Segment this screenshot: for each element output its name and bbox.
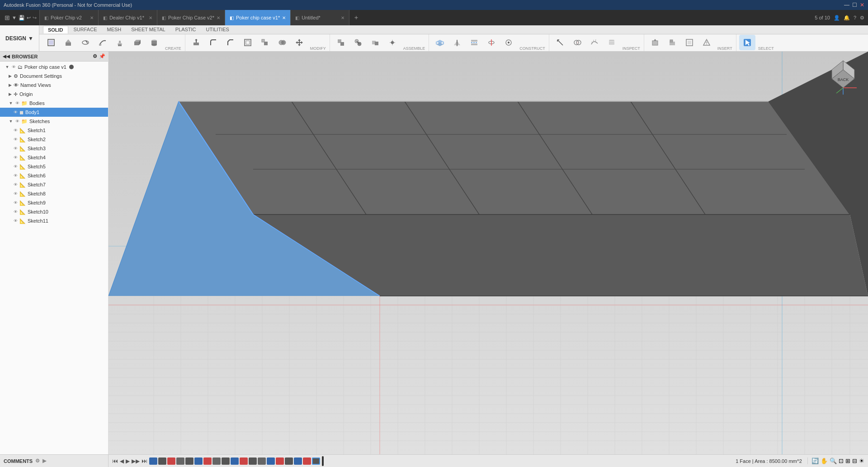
joint-origin-button[interactable] bbox=[384, 35, 401, 50]
extrude-button[interactable] bbox=[60, 35, 76, 50]
midplane-button[interactable] bbox=[466, 35, 482, 50]
maximize-button[interactable]: ☐ bbox=[852, 2, 857, 8]
eye-icon[interactable]: 👁 bbox=[14, 146, 18, 151]
tab-close-icon[interactable]: ✕ bbox=[217, 15, 220, 20]
tl-item-3[interactable] bbox=[167, 457, 175, 465]
eye-icon[interactable]: 👁 bbox=[12, 65, 16, 69]
tab-plastic[interactable]: PLASTIC bbox=[171, 26, 201, 33]
point-at-center-button[interactable] bbox=[500, 35, 517, 50]
plane-at-angle-button[interactable] bbox=[449, 35, 465, 50]
tree-root[interactable]: ▼ 👁 🗂 Poker chip case v1 bbox=[0, 62, 108, 71]
tl-item-5[interactable] bbox=[185, 457, 193, 465]
timeline-prev-button[interactable]: ◀ bbox=[120, 458, 124, 464]
user-icon[interactable]: 👤 bbox=[834, 15, 840, 21]
eye-icon[interactable]: 👁 bbox=[14, 200, 18, 205]
tl-item-2[interactable] bbox=[158, 457, 166, 465]
tab-poker-chip-case-v2[interactable]: ◧ Poker Chip Case v2* ✕ bbox=[157, 10, 225, 25]
interference-button[interactable] bbox=[569, 35, 585, 50]
move-copy-button[interactable] bbox=[291, 35, 307, 50]
eye-icon[interactable]: 👁 bbox=[14, 155, 18, 160]
design-button[interactable]: DESIGN ▼ bbox=[0, 25, 39, 51]
loft-button[interactable] bbox=[112, 35, 128, 50]
axis-through-cylinder-button[interactable] bbox=[483, 35, 500, 50]
settings-icon[interactable] bbox=[69, 65, 74, 69]
select-button[interactable] bbox=[739, 35, 755, 50]
browser-pin-icon[interactable]: 📌 bbox=[99, 53, 105, 59]
tl-item-16[interactable] bbox=[285, 457, 293, 465]
tl-item-11[interactable] bbox=[240, 457, 248, 465]
insert-mesh-button[interactable] bbox=[698, 35, 715, 50]
pan-icon[interactable]: ✋ bbox=[821, 457, 828, 464]
assemble-new-component-button[interactable] bbox=[333, 35, 349, 50]
save-icon[interactable]: 💾 bbox=[19, 15, 25, 21]
comments-settings-icon[interactable]: ⚙ bbox=[35, 458, 40, 464]
browser-settings-icon[interactable]: ⚙ bbox=[93, 53, 97, 59]
tree-body1[interactable]: 👁 ◼ Body1 bbox=[0, 108, 108, 117]
measure-button[interactable] bbox=[552, 35, 568, 50]
tl-item-8[interactable] bbox=[212, 457, 221, 465]
orbit-icon[interactable]: 🔄 bbox=[811, 457, 819, 464]
new-tab-button[interactable]: ＋ bbox=[349, 10, 363, 25]
fillet-button[interactable] bbox=[205, 35, 222, 50]
zebra-analysis-button[interactable] bbox=[604, 35, 620, 50]
new-component-button[interactable] bbox=[43, 35, 59, 50]
box-button[interactable] bbox=[129, 35, 145, 50]
tl-item-13[interactable] bbox=[258, 457, 266, 465]
tl-item-7[interactable] bbox=[203, 457, 212, 465]
curvature-comb-button[interactable] bbox=[586, 35, 603, 50]
tree-sketches[interactable]: ▼ 👁 📁 Sketches bbox=[0, 117, 108, 126]
tree-sketch8[interactable]: 👁 📐 Sketch8 bbox=[0, 189, 108, 198]
tree-origin[interactable]: ▶ ✛ Origin bbox=[0, 90, 108, 99]
display-mode-icon[interactable]: ⊞ bbox=[845, 457, 850, 464]
app-menu-icon[interactable]: ⊞ bbox=[5, 14, 10, 21]
fit-view-icon[interactable]: ⊡ bbox=[839, 457, 844, 464]
offset-plane-button[interactable] bbox=[432, 35, 448, 50]
eye-icon[interactable]: 👁 bbox=[15, 101, 19, 105]
tree-sketch9[interactable]: 👁 📐 Sketch9 bbox=[0, 198, 108, 207]
sweep-button[interactable] bbox=[94, 35, 111, 50]
combine-button[interactable] bbox=[274, 35, 290, 50]
tab-close-icon[interactable]: ✕ bbox=[90, 15, 94, 20]
tab-untitled[interactable]: ◧ Untitled* ✕ bbox=[291, 10, 349, 25]
file-menu-icon[interactable]: ▼ bbox=[12, 15, 17, 20]
nav-cube[interactable]: BACK bbox=[823, 56, 863, 97]
eye-icon[interactable]: 👁 bbox=[14, 182, 18, 187]
browser-collapse-icon[interactable]: ◀◀ bbox=[3, 54, 10, 59]
timeline-first-button[interactable]: ⏮ bbox=[112, 457, 118, 464]
cylinder-button[interactable] bbox=[146, 35, 162, 50]
eye-icon[interactable]: 👁 bbox=[14, 210, 18, 214]
tl-item-17[interactable] bbox=[294, 457, 302, 465]
tab-close-icon[interactable]: ✕ bbox=[149, 15, 152, 20]
undo-icon[interactable]: ↩ bbox=[27, 15, 31, 21]
tree-bodies[interactable]: ▼ 👁 📁 Bodies bbox=[0, 99, 108, 108]
tab-dealer-chip[interactable]: ◧ Dealer Chip v1* ✕ bbox=[99, 10, 157, 25]
tab-close-icon[interactable]: ✕ bbox=[282, 15, 286, 20]
grid-icon[interactable]: ⊟ bbox=[852, 457, 857, 464]
tree-sketch7[interactable]: 👁 📐 Sketch7 bbox=[0, 180, 108, 189]
help-icon[interactable]: ? bbox=[854, 15, 856, 20]
tree-doc-settings[interactable]: ▶ ⚙ Document Settings bbox=[0, 71, 108, 81]
tree-sketch2[interactable]: 👁 📐 Sketch2 bbox=[0, 135, 108, 144]
eye-icon[interactable]: 👁 bbox=[14, 219, 18, 223]
redo-icon[interactable]: ↪ bbox=[33, 15, 37, 21]
shell-button[interactable] bbox=[240, 35, 256, 50]
canvas-button[interactable] bbox=[681, 35, 698, 50]
tl-item-10[interactable] bbox=[231, 457, 239, 465]
revolve-button[interactable] bbox=[77, 35, 94, 50]
eye-icon[interactable]: 👁 bbox=[14, 173, 18, 178]
notification-icon[interactable]: 🔔 bbox=[844, 15, 850, 21]
close-button[interactable]: ✕ bbox=[860, 2, 864, 8]
tl-item-19[interactable] bbox=[312, 457, 320, 465]
tab-utilities[interactable]: UTILITIES bbox=[202, 26, 234, 33]
minimize-button[interactable]: — bbox=[844, 2, 849, 8]
tab-poker-chip-case-v1[interactable]: ◧ Poker chip case v1* ✕ bbox=[225, 10, 291, 25]
scale-button[interactable] bbox=[257, 35, 273, 50]
chamfer-button[interactable] bbox=[222, 35, 239, 50]
eye-icon[interactable]: 👁 bbox=[14, 110, 18, 114]
tl-item-15[interactable] bbox=[276, 457, 284, 465]
comments-collapse-icon[interactable]: ▶ bbox=[42, 458, 46, 464]
press-pull-button[interactable] bbox=[188, 35, 204, 50]
tl-item-18[interactable] bbox=[303, 457, 311, 465]
environment-icon[interactable]: ☀ bbox=[859, 457, 864, 464]
timeline-next-button[interactable]: ▶▶ bbox=[132, 458, 140, 464]
